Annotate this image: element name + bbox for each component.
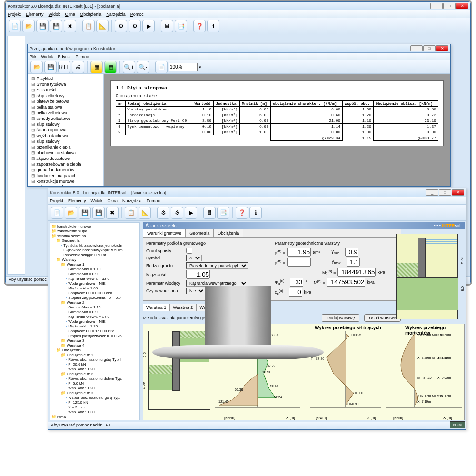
f-rep-icon[interactable]: 📑 <box>217 207 229 219</box>
f-run-icon[interactable]: ▶ <box>185 207 197 219</box>
rv-node[interactable]: belka żelbetowa <box>30 110 102 116</box>
f-del-icon[interactable]: ✖ <box>106 207 119 219</box>
ft-node[interactable]: Obciążenie nr 1 <box>51 353 138 357</box>
ft-node[interactable]: GammaMin = 0.90 <box>51 310 138 315</box>
rv-node[interactable]: złącze doczołowe <box>30 156 102 161</box>
f-info-icon[interactable]: ℹ <box>249 207 262 219</box>
czy-select[interactable]: Nie <box>186 288 205 294</box>
rv-layout-icon[interactable]: ▦ <box>90 61 103 73</box>
tool-icon[interactable]: 📋 <box>82 20 95 32</box>
menu-widok[interactable]: Widok <box>49 12 60 17</box>
ft-node[interactable]: GammaMin = 0.90 <box>51 272 138 277</box>
f-save-icon[interactable]: 💾 <box>79 207 91 219</box>
help-icon[interactable]: ❓ <box>193 20 206 32</box>
rv-layout2-icon[interactable]: ▦ <box>104 61 117 73</box>
main-tabs[interactable]: Warunki gruntoweGeometriaObciążenia <box>143 229 401 238</box>
rv-node[interactable]: blachownica stalowa <box>30 150 102 156</box>
menu-widok[interactable]: Widok <box>91 198 103 203</box>
rv-node[interactable]: Spis treści <box>30 87 102 93</box>
del-layer-button[interactable]: Usuń warstwę <box>364 314 401 322</box>
saveas-icon[interactable]: 💾 <box>50 20 62 32</box>
rv-node[interactable]: słup żelbetowy <box>30 93 102 99</box>
rv-node[interactable]: ściana oporowa <box>30 127 102 133</box>
rv-min-button[interactable]: _ <box>410 45 423 51</box>
rv-zoomout-icon[interactable]: 🔍- <box>137 61 149 73</box>
rv-zoom-input[interactable] <box>169 63 198 71</box>
ft-node[interactable]: Woda gruntowa = NIE <box>51 319 138 324</box>
menu-okna[interactable]: Okna <box>108 198 118 203</box>
rv-node[interactable]: przenikanie ciepła <box>30 144 102 150</box>
miaz-input[interactable] <box>186 270 210 279</box>
rv-rtf-icon[interactable]: RTF <box>58 61 70 73</box>
rv-print-icon[interactable]: 🖨 <box>72 61 84 73</box>
menu-widok[interactable]: Widok <box>41 54 53 59</box>
ft-node[interactable]: GammaMax = 1.10 <box>51 305 138 310</box>
rv-node[interactable]: zakotwienie słupa <box>30 184 102 186</box>
rv-close-button[interactable]: ✕ <box>436 45 448 51</box>
tab-1[interactable]: Geometria <box>185 229 214 237</box>
menu-edycja[interactable]: Edycja <box>58 54 71 59</box>
rv-page-icon[interactable]: 📄 <box>155 61 168 73</box>
ft-node[interactable]: Położenie ściągu: 0.50 m <box>51 253 138 258</box>
ft-node[interactable]: Warstwa 1 <box>51 262 138 267</box>
rv-node[interactable]: schody żelbetowe <box>30 116 102 121</box>
close-button[interactable]: ✕ <box>456 3 468 9</box>
dropdown-icon[interactable]: ▾ <box>199 65 201 69</box>
rv-save-icon[interactable]: 💾 <box>44 61 57 73</box>
f-open-icon[interactable]: 📂 <box>65 207 77 219</box>
ft-node[interactable]: Głębokość basenu/wykopu: 5.50 m <box>51 248 138 253</box>
gear-icon[interactable]: ⚙ <box>115 20 127 32</box>
m-input[interactable] <box>327 278 365 287</box>
rv-node[interactable]: Przykład <box>30 76 102 81</box>
rv-node[interactable]: zapotrzebowanie ciepła <box>30 161 102 167</box>
f-calc-icon[interactable]: 🖩 <box>203 207 216 219</box>
ft-node[interactable]: konstrukcje murowe <box>51 224 138 229</box>
menu-narzędzia[interactable]: Narzędzia <box>122 198 142 203</box>
m0-input[interactable] <box>337 268 376 277</box>
phi-input[interactable] <box>290 278 303 287</box>
ft-node[interactable]: P: 125.0 kN <box>51 400 138 405</box>
ft-node[interactable]: Stopień zagęszczenia: ID = 0.5 <box>51 296 138 300</box>
ft-node[interactable]: Spójność: Cu = 0.000 kPa <box>51 291 138 296</box>
ft-node[interactable]: Obciążenie nr 2 <box>51 372 138 377</box>
layer-tabs[interactable]: Warstwa 1Warstwa 2Warstwa 3Warstwa 4 <box>143 304 401 311</box>
grunt-checkbox[interactable] <box>186 248 192 254</box>
rv-max-button[interactable]: □ <box>423 45 436 51</box>
save-icon[interactable]: 💾 <box>36 20 49 32</box>
ft-node[interactable]: Woda gruntowa = NIE <box>51 281 138 286</box>
f-gear-icon[interactable]: ⚙ <box>157 207 169 219</box>
rv-zoomin-icon[interactable]: 🔍+ <box>123 61 135 73</box>
rho-input[interactable] <box>287 248 311 257</box>
rv-node[interactable]: belka stalowa <box>30 104 102 110</box>
rv-node[interactable]: słup stalowy <box>30 121 102 127</box>
ft-node[interactable]: Stopień plastyczności: IL = 0.25 <box>51 334 138 338</box>
run-icon[interactable]: ▶ <box>142 20 155 32</box>
info-icon[interactable]: ℹ <box>207 20 219 32</box>
f-gear2-icon[interactable]: ⚙ <box>171 207 183 219</box>
ft-node[interactable]: rama <box>51 415 138 419</box>
back-menubar[interactable]: ProjektElementyWidokOknaObciążeniaNarzęd… <box>6 10 470 18</box>
ft-node[interactable]: Miąższość = 1.05 <box>51 286 138 291</box>
gmin-input[interactable] <box>345 248 358 257</box>
ft-node[interactable]: Miąższość = 1.80 <box>51 324 138 329</box>
ft-node[interactable]: Kąt Tarcia Wewn. = 33.0 <box>51 277 138 281</box>
f-saveas-icon[interactable]: 💾 <box>92 207 105 219</box>
f-clip-icon[interactable]: 📋 <box>125 207 137 219</box>
ft-node[interactable]: ścianka szczelna <box>51 234 138 238</box>
ltab-1[interactable]: Warstwa 2 <box>169 304 196 311</box>
rv-node[interactable]: konstrukcje murowe <box>30 178 102 184</box>
ft-node[interactable]: Spójność: Cu = 15.000 kPa <box>51 329 138 334</box>
ft-node[interactable]: Wsp. obc.: 1.30 <box>51 410 138 415</box>
ft-node[interactable]: X = 2.1 m <box>51 405 138 410</box>
menu-pomoc[interactable]: Pomoc <box>76 54 89 59</box>
ft-node[interactable]: Obciążenie nr 3 <box>51 391 138 396</box>
symbol-select[interactable]: A <box>186 255 202 261</box>
rv-node[interactable]: więźba dachowa <box>30 133 102 139</box>
maximize-button[interactable]: □ <box>443 3 456 9</box>
ft-node[interactable]: GammaMax = 1.10 <box>51 267 138 272</box>
ft-node[interactable]: Warstwa 3 <box>51 338 138 343</box>
menu-pomoc[interactable]: Pomoc <box>130 12 144 17</box>
ft-node[interactable]: Warstwy <box>51 258 138 262</box>
gmax-input[interactable] <box>347 258 360 267</box>
rv-tree[interactable]: PrzykładStrona tytułowaSpis treścisłup ż… <box>28 74 104 186</box>
